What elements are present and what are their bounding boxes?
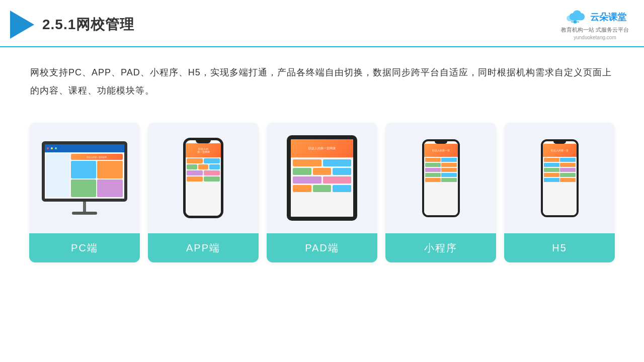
pc-card-label: PC端 bbox=[29, 233, 140, 262]
phone-screen-header: 职达人的第一堂网课 bbox=[186, 143, 221, 157]
tablet-screen-header: 职达人的第一堂网课 bbox=[291, 139, 353, 157]
mini-phone-row-1 bbox=[425, 158, 457, 162]
tablet-row-4 bbox=[293, 185, 351, 192]
phone-screen-text: 职达人的第一堂网课 bbox=[196, 146, 211, 155]
header-left: 2.5.1网校管理 bbox=[10, 11, 134, 39]
pad-image-area: 职达人的第一堂网课 bbox=[267, 123, 377, 233]
header-right: 云朵课堂 教育机构一站 式服务云平台 yunduoketang.com bbox=[561, 9, 629, 40]
phone-row-3 bbox=[187, 170, 220, 175]
phone-row-4 bbox=[187, 176, 220, 182]
h5-phone-content bbox=[543, 157, 577, 184]
tablet-content bbox=[291, 157, 353, 196]
tablet-screen: 职达人的第一堂网课 bbox=[291, 139, 353, 217]
tablet-mockup: 职达人的第一堂网课 bbox=[287, 135, 357, 221]
mini-phone-row-3 bbox=[425, 168, 457, 172]
phone-screen: 职达人的第一堂网课 bbox=[186, 143, 221, 216]
monitor-screen: 职达人的第一堂冈振课 bbox=[45, 144, 124, 199]
brand-logo: 云朵课堂 bbox=[563, 9, 626, 25]
page-title: 2.5.1网校管理 bbox=[42, 15, 134, 34]
app-image-area: 职达人的第一堂网课 bbox=[148, 123, 259, 233]
phone-row-2 bbox=[187, 164, 220, 169]
miniprogram-card: 职达人的第一堂 bbox=[385, 123, 496, 262]
pc-image-area: 职达人的第一堂冈振课 bbox=[29, 123, 140, 233]
mini-phone-screen: 职达人的第一堂 bbox=[424, 144, 458, 215]
h5-phone-mockup: 职达人的第一堂 bbox=[541, 139, 579, 217]
phone-content bbox=[186, 157, 221, 184]
app-card: 职达人的第一堂网课 bbox=[148, 123, 259, 262]
brand-name: 云朵课堂 bbox=[590, 11, 626, 23]
mini-phone-content bbox=[424, 157, 458, 184]
cloud-logo-icon bbox=[563, 9, 587, 25]
app-phone-mockup: 职达人的第一堂网课 bbox=[183, 138, 223, 218]
brand-tagline: 教育机构一站 式服务云平台 bbox=[561, 26, 629, 34]
mini-phone-row-2 bbox=[425, 163, 457, 167]
logo-triangle-icon bbox=[10, 11, 34, 39]
miniprogram-card-label: 小程序 bbox=[385, 233, 496, 262]
brand-url: yunduoketang.com bbox=[574, 35, 616, 40]
mini-phone-row-5 bbox=[425, 178, 457, 182]
miniprogram-phone-mockup: 职达人的第一堂 bbox=[422, 139, 460, 217]
h5-phone-screen: 职达人的第一堂 bbox=[543, 144, 577, 215]
mini-phone-row-4 bbox=[425, 173, 457, 177]
mini-phone-header: 职达人的第一堂 bbox=[424, 144, 458, 157]
h5-phone-row-3 bbox=[544, 168, 576, 172]
cards-container: 职达人的第一堂冈振课 bbox=[0, 113, 644, 278]
h5-phone-row-2 bbox=[544, 163, 576, 167]
tablet-row-3 bbox=[293, 176, 351, 184]
phone-row-1 bbox=[187, 158, 220, 163]
pc-mockup: 职达人的第一堂冈振课 bbox=[42, 141, 127, 215]
pc-card: 职达人的第一堂冈振课 bbox=[29, 123, 140, 262]
h5-phone-header: 职达人的第一堂 bbox=[543, 144, 577, 157]
h5-card: 职达人的第一堂 bbox=[504, 123, 615, 262]
monitor-body: 职达人的第一堂冈振课 bbox=[42, 141, 127, 202]
h5-image-area: 职达人的第一堂 bbox=[504, 123, 615, 233]
h5-phone-row-5 bbox=[544, 178, 576, 182]
h5-card-label: H5 bbox=[504, 233, 615, 262]
monitor-header bbox=[45, 144, 124, 152]
tablet-row-2 bbox=[293, 168, 351, 175]
monitor-stand bbox=[83, 202, 86, 212]
description-text: 网校支持PC、APP、PAD、小程序、H5，实现多端打通，产品各终端自由切换，数… bbox=[0, 47, 644, 108]
miniprogram-image-area: 职达人的第一堂 bbox=[385, 123, 496, 233]
h5-phone-row-4 bbox=[544, 173, 576, 177]
monitor-base bbox=[72, 212, 97, 215]
page-header: 2.5.1网校管理 云朵课堂 教育机构一站 式服务云平台 yunduoketan… bbox=[0, 0, 644, 47]
app-card-label: APP端 bbox=[148, 233, 259, 262]
pad-card-label: PAD端 bbox=[267, 233, 377, 262]
tablet-row-1 bbox=[293, 159, 351, 166]
h5-phone-row-1 bbox=[544, 158, 576, 162]
pad-card: 职达人的第一堂网课 bbox=[267, 123, 377, 262]
